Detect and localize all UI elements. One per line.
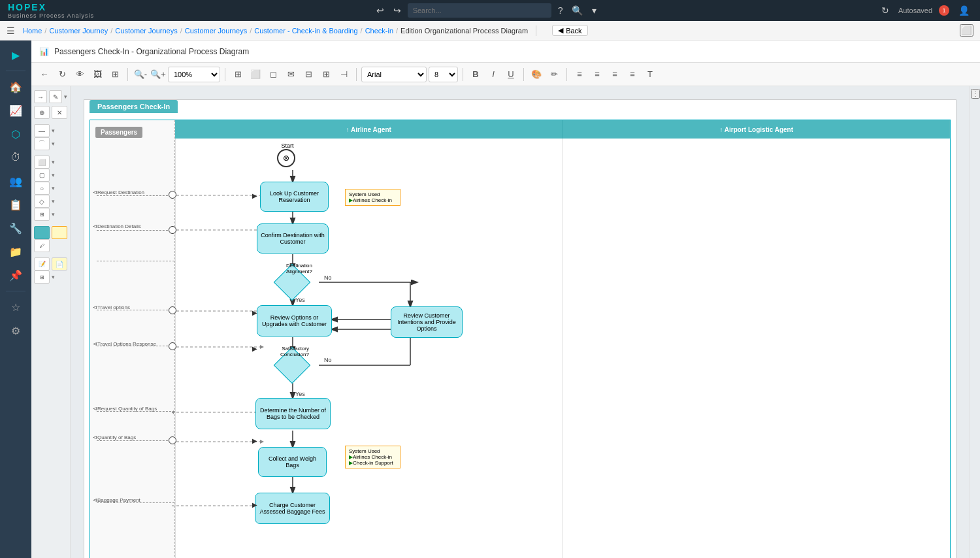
diagram-container: Passengers ⊲Request Destination [90, 120, 951, 558]
note-tool[interactable]: 📝 [34, 257, 50, 271]
fill-color-tool[interactable] [34, 226, 50, 239]
image-button[interactable]: 🖼 [90, 67, 105, 82]
swim-button[interactable]: ⊞ [318, 67, 334, 82]
align-left-button[interactable]: ≡ [572, 67, 587, 82]
breadcrumb-customer-journeys1[interactable]: Customer Journeys [115, 27, 177, 35]
tool-dropdown-1[interactable]: ▾ [64, 93, 67, 100]
confirm-box[interactable]: Confirm Destination with Customer [257, 223, 329, 254]
notification-badge[interactable]: 1 [939, 5, 949, 16]
line-tool[interactable]: — [34, 124, 50, 137]
undo-button[interactable]: ↩ [374, 5, 387, 16]
expand-right-button[interactable]: ⬜ [960, 24, 973, 37]
tool-dropdown-4[interactable]: ▾ [52, 159, 55, 165]
circle-tool[interactable]: ○ [34, 182, 50, 195]
back-button[interactable]: ◀ Back [552, 25, 587, 36]
rounded-rect-tool[interactable]: ▢ [34, 169, 50, 182]
fill-button[interactable]: ✉ [283, 67, 299, 82]
sidebar-settings-icon[interactable]: ⚙ [5, 321, 26, 340]
sidebar-analytics-icon[interactable]: 📈 [5, 101, 26, 120]
tool-dropdown-3[interactable]: ▾ [52, 140, 55, 147]
search-button[interactable]: 🔍 [569, 5, 585, 16]
sidebar-list-icon[interactable]: 📋 [5, 195, 26, 214]
sidebar-home-icon[interactable]: 🏠 [5, 78, 26, 96]
menu-icon[interactable]: ☰ [7, 25, 15, 36]
zoom-in-button[interactable]: 🔍+ [150, 67, 166, 82]
shape-button[interactable]: ⬜ [248, 67, 263, 82]
sidebar-expand-icon[interactable]: ▶ [5, 46, 26, 64]
diamond-tool[interactable]: ◇ [34, 195, 50, 208]
tool-dropdown-5[interactable]: ▾ [52, 172, 55, 178]
help-button[interactable]: ? [555, 5, 566, 16]
breadcrumb-home[interactable]: Home [23, 27, 42, 35]
charge-fees-box[interactable]: Charge Customer Assessed Baggage Fees [255, 493, 330, 524]
tool-dropdown-6[interactable]: ▾ [52, 185, 55, 191]
sidebar-tools-icon[interactable]: 🔧 [5, 219, 26, 237]
text-size-btn[interactable]: T [642, 67, 658, 82]
content-area: 📊 Passengers Check-In - Organizational P… [31, 41, 980, 558]
sidebar-pin-icon[interactable]: 📌 [5, 266, 26, 284]
font-size-select[interactable]: 8 9 10 11 12 [429, 67, 458, 82]
breadcrumb-customer-journey[interactable]: Customer Journey [49, 27, 108, 35]
breadcrumb-customer-journeys2[interactable]: Customer Journeys [185, 27, 247, 35]
grid-tool[interactable]: ⊞ [34, 271, 50, 284]
refresh-nav-button[interactable]: ↻ [54, 67, 70, 82]
arrow-tool[interactable]: → [34, 90, 47, 103]
align-h-button[interactable]: ⊟ [301, 67, 316, 82]
sidebar: ▶ 🏠 📈 ⬡ ⏱ 👥 📋 🔧 📁 📌 ☆ ⚙ [0, 41, 31, 558]
lookup-box[interactable]: Look Up CustomerReservation [260, 182, 329, 212]
rect-tool[interactable]: ⬜ [34, 156, 50, 169]
sidebar-diagram-icon[interactable]: ⬡ [5, 125, 26, 143]
move-tool[interactable]: ⊕ [34, 106, 50, 119]
eye-button[interactable]: 👁 [72, 67, 88, 82]
review-intentions-box[interactable]: Review Customer Intentions and Provide O… [391, 306, 463, 338]
determine-bags-box[interactable]: Determine the Number of Bags to be Check… [255, 398, 331, 429]
back-nav-button[interactable]: ← [37, 67, 52, 82]
tool-dropdown-8[interactable]: ▾ [52, 211, 55, 218]
delete-tool[interactable]: ✕ [52, 106, 67, 119]
align-justify-button[interactable]: ≡ [625, 67, 640, 82]
start-event[interactable]: ⊗ [277, 149, 295, 167]
breadcrumb-checkin-boarding[interactable]: Customer - Check-in & Boarding [254, 27, 357, 35]
underline-button[interactable]: U [503, 67, 519, 82]
refresh-button[interactable]: ↻ [879, 5, 892, 16]
review-options-box[interactable]: Review Options or Upgrades with Customer [257, 305, 332, 336]
tool-dropdown-9[interactable]: ▾ [52, 274, 55, 280]
user-button[interactable]: 👤 [956, 5, 972, 16]
border-button[interactable]: ◻ [265, 67, 281, 82]
align-right-button[interactable]: ≡ [607, 67, 623, 82]
tool-dropdown-7[interactable]: ▾ [52, 198, 55, 205]
sidebar-star-icon[interactable]: ☆ [5, 298, 26, 316]
bag-payment-label: ⊲Baggage Payment [93, 497, 140, 503]
border-color-tool[interactable]: 🖊 [34, 239, 50, 252]
right-panel-btn[interactable]: ⋮ [971, 89, 980, 99]
fill-color-tool2[interactable] [52, 226, 67, 239]
search-input[interactable] [408, 3, 551, 18]
pen-tool[interactable]: ✎ [49, 90, 62, 103]
breadcrumb-checkin[interactable]: Check-in [365, 27, 393, 35]
font-select[interactable]: Arial Times New Roman Helvetica [361, 67, 427, 82]
align-center-button[interactable]: ≡ [589, 67, 605, 82]
sidebar-people-icon[interactable]: 👥 [5, 172, 26, 190]
tool-dropdown-2[interactable]: ▾ [52, 127, 55, 134]
canvas-area[interactable]: Passengers Check-In Passengers [71, 86, 970, 558]
curve-tool[interactable]: ⌒ [34, 137, 50, 150]
swim-lane-tool[interactable]: ⊞ [34, 208, 50, 221]
table-button[interactable]: ⊞ [230, 67, 246, 82]
svg-text:No: No [324, 274, 332, 281]
page-title-bar: 📊 Passengers Check-In - Organizational P… [31, 41, 980, 63]
diagram-title-tab: Passengers Check-In [90, 100, 178, 113]
collect-bags-box[interactable]: Collect and Weigh Bags [258, 447, 327, 477]
zoom-select[interactable]: 100% 75% 50% 125% 150% [168, 67, 220, 82]
redo-button[interactable]: ↪ [391, 5, 404, 16]
image-tool[interactable]: 📄 [52, 257, 67, 271]
color-fill-button[interactable]: 🎨 [529, 67, 544, 82]
layout-button[interactable]: ⊞ [107, 67, 123, 82]
sidebar-folder-icon[interactable]: 📁 [5, 242, 26, 261]
split-button[interactable]: ⊣ [336, 67, 351, 82]
color-line-button[interactable]: ✏ [546, 67, 562, 82]
italic-button[interactable]: I [485, 67, 501, 82]
sidebar-time-icon[interactable]: ⏱ [5, 148, 26, 167]
dropdown-button[interactable]: ▾ [589, 5, 599, 16]
bold-button[interactable]: B [468, 67, 483, 82]
zoom-out-button[interactable]: 🔍- [133, 67, 148, 82]
